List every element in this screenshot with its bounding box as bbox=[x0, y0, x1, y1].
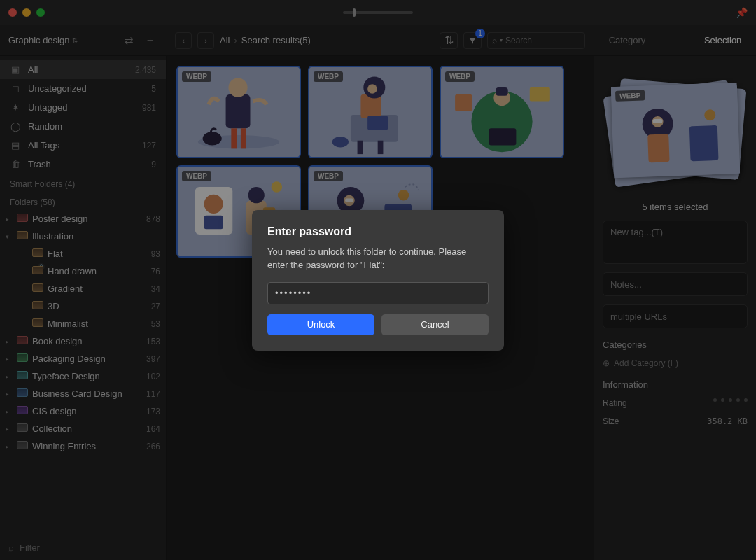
password-dialog: Enter password You need to unlock this f… bbox=[252, 210, 504, 351]
cancel-button[interactable]: Cancel bbox=[382, 314, 489, 335]
modal-overlay[interactable]: Enter password You need to unlock this f… bbox=[0, 0, 756, 560]
unlock-button[interactable]: Unlock bbox=[267, 314, 374, 335]
dialog-title: Enter password bbox=[267, 225, 489, 238]
dialog-text: You need to unlock this folder to contin… bbox=[267, 245, 489, 272]
password-input[interactable] bbox=[267, 282, 489, 304]
